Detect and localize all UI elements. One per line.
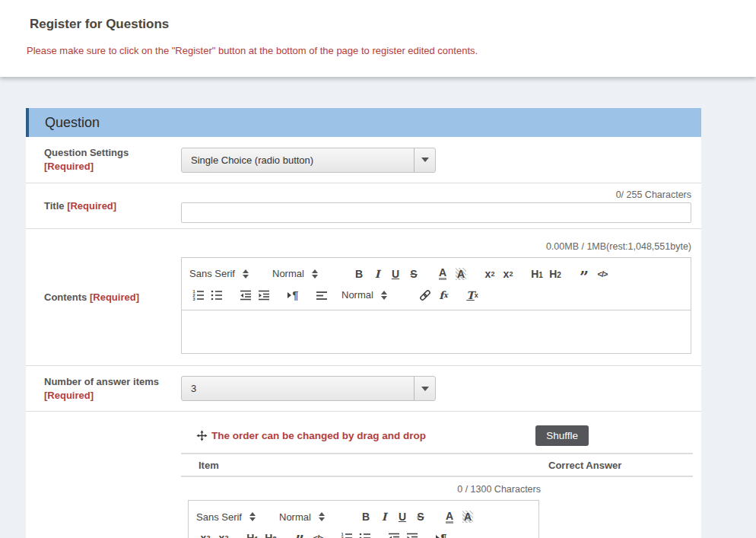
indent-icon[interactable] xyxy=(255,286,273,304)
subscript-icon[interactable]: x2 xyxy=(481,265,499,283)
header1-icon[interactable]: H1 xyxy=(528,265,546,283)
question-form-card: Question Question Settings [Required] Si… xyxy=(26,108,701,538)
code-block-icon[interactable]: </> xyxy=(309,529,327,538)
picker-arrows-icon xyxy=(243,269,249,279)
header2-icon[interactable]: H2 xyxy=(262,529,280,538)
clean-format-icon[interactable]: Tx xyxy=(463,286,481,304)
svg-text:3: 3 xyxy=(193,297,195,301)
row-title: Title [Required] 0/ 255 Characters xyxy=(26,183,701,228)
header-picker-label: Normal xyxy=(279,511,311,523)
contents-editor: Sans Serif Normal B I U S xyxy=(181,257,691,354)
required-badge: [Required] xyxy=(44,161,94,172)
text-direction-icon[interactable]: ¶ xyxy=(432,529,450,538)
picker-arrows-icon xyxy=(319,512,325,521)
item-editor: Sans Serif Normal B I U S xyxy=(188,500,539,538)
question-settings-dropdown[interactable]: Single Choice (radio button) xyxy=(181,148,436,173)
page-title: Register for Questions xyxy=(30,17,169,32)
page-header: Register for Questions Please make sure … xyxy=(0,0,756,77)
dropdown-button[interactable] xyxy=(414,377,435,400)
blockquote-icon[interactable]: ” xyxy=(291,529,309,538)
ordered-list-icon[interactable]: 123 xyxy=(189,286,208,304)
section-title: Question xyxy=(45,115,100,131)
column-header-correct-answer: Correct Answer xyxy=(548,460,693,471)
contents-label: Contents xyxy=(44,291,87,303)
header2-icon[interactable]: H2 xyxy=(546,265,564,283)
italic-icon[interactable]: I xyxy=(375,508,393,526)
required-badge: [Required] xyxy=(44,390,94,401)
align-icon[interactable] xyxy=(313,286,331,304)
strikethrough-icon[interactable]: S xyxy=(405,265,423,283)
bullet-list-icon[interactable] xyxy=(356,529,374,538)
link-icon[interactable] xyxy=(416,286,434,304)
picker-arrows-icon xyxy=(381,291,387,300)
strikethrough-icon[interactable]: S xyxy=(411,508,430,526)
background-color-icon[interactable]: A xyxy=(459,508,477,526)
font-picker[interactable]: Sans Serif xyxy=(189,268,262,279)
font-picker[interactable]: Sans Serif xyxy=(196,511,268,523)
num-items-dropdown[interactable]: 3 xyxy=(181,376,436,401)
italic-icon[interactable]: I xyxy=(368,265,386,283)
blockquote-icon[interactable]: ” xyxy=(575,265,593,283)
outdent-icon[interactable] xyxy=(237,286,255,304)
header-picker-label: Normal xyxy=(272,268,304,279)
line-height-picker-label: Normal xyxy=(341,289,373,301)
question-settings-label: Question Settings xyxy=(44,147,129,158)
shuffle-button[interactable]: Shuffle xyxy=(535,425,589,446)
required-badge: [Required] xyxy=(67,200,116,212)
title-label: Title xyxy=(44,200,65,212)
subscript-icon[interactable]: x2 xyxy=(196,529,214,538)
bold-icon[interactable]: B xyxy=(357,508,375,526)
picker-arrows-icon xyxy=(249,512,256,521)
text-color-icon[interactable]: A xyxy=(440,508,459,526)
bold-icon[interactable]: B xyxy=(350,265,368,283)
row-contents: Contents [Required] 0.00MB / 1MB(rest:1,… xyxy=(26,228,701,365)
superscript-icon[interactable]: x2 xyxy=(214,529,233,538)
text-direction-icon[interactable]: ¶ xyxy=(284,286,302,304)
section-header-question: Question xyxy=(26,108,701,137)
contents-editor-area[interactable] xyxy=(182,310,691,353)
text-color-icon[interactable]: A xyxy=(434,265,452,283)
required-badge: [Required] xyxy=(90,291,139,303)
header-picker[interactable]: Normal xyxy=(272,268,339,279)
underline-icon[interactable]: U xyxy=(393,508,411,526)
picker-arrows-icon xyxy=(312,269,318,279)
column-header-item: Item xyxy=(181,460,548,471)
row-answer-items: The order can be changed by drag and dro… xyxy=(26,411,701,538)
chevron-down-icon xyxy=(421,387,429,391)
header1-icon[interactable]: H1 xyxy=(243,529,262,538)
indent-icon[interactable] xyxy=(403,529,421,538)
header-picker[interactable]: Normal xyxy=(279,511,346,523)
line-height-picker[interactable]: Normal xyxy=(341,289,405,301)
title-char-counter: 0/ 255 Characters xyxy=(181,189,691,200)
item-table-header: Item Correct Answer xyxy=(181,453,693,477)
row-question-settings: Question Settings [Required] Single Choi… xyxy=(26,137,701,183)
item-char-counter: 0 / 1300 Characters xyxy=(188,484,541,495)
ordered-list-icon[interactable]: 123 xyxy=(338,529,356,538)
item-toolbar: Sans Serif Normal B I U S xyxy=(189,501,538,538)
outdent-icon[interactable] xyxy=(385,529,403,538)
row-number-of-items: Number of answer items [Required] 3 xyxy=(26,365,701,411)
font-picker-label: Sans Serif xyxy=(189,268,235,279)
title-input[interactable] xyxy=(181,202,691,223)
contents-toolbar: Sans Serif Normal B I U S xyxy=(182,258,691,310)
superscript-icon[interactable]: x2 xyxy=(499,265,517,283)
dropdown-button[interactable] xyxy=(414,148,435,172)
num-items-label: Number of answer items xyxy=(44,376,159,387)
register-notice: Please make sure to click on the "Regist… xyxy=(27,45,478,56)
font-picker-label: Sans Serif xyxy=(196,511,242,523)
contents-size-counter: 0.00MB / 1MB(rest:1,048,551byte) xyxy=(181,241,691,252)
question-settings-value: Single Choice (radio button) xyxy=(182,154,414,166)
code-block-icon[interactable]: </> xyxy=(593,265,611,283)
move-icon[interactable] xyxy=(196,430,208,441)
background-color-icon[interactable]: A xyxy=(452,265,470,283)
bullet-list-icon[interactable] xyxy=(208,286,226,304)
chevron-down-icon xyxy=(421,158,429,162)
formula-icon[interactable]: fx xyxy=(434,286,453,304)
underline-icon[interactable]: U xyxy=(386,265,405,283)
num-items-value: 3 xyxy=(182,383,414,394)
drag-drop-note: The order can be changed by drag and dro… xyxy=(211,430,426,441)
